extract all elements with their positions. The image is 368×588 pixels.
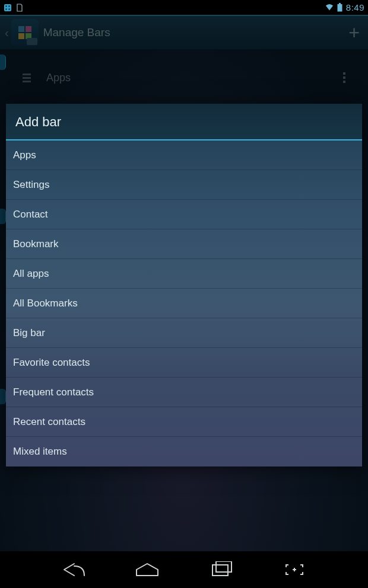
nav-recent-icon (207, 561, 235, 578)
nav-home-button[interactable] (129, 559, 165, 580)
add-bar-dialog: Add bar Apps Settings Contact Bookmark A… (6, 104, 362, 466)
dialog-item-label: Frequent contacts (13, 386, 94, 398)
dialog-item-label: Big bar (13, 327, 45, 339)
sd-card-icon (15, 4, 24, 12)
edge-handle[interactable] (0, 209, 6, 224)
svg-rect-7 (212, 565, 228, 576)
nav-back-icon (59, 561, 88, 578)
svg-rect-8 (216, 561, 231, 572)
wifi-icon (325, 4, 334, 12)
nav-recent-button[interactable] (203, 559, 239, 580)
svg-rect-4 (8, 8, 10, 10)
app-notification-icon (4, 4, 12, 12)
navigation-bar (0, 551, 368, 588)
dialog-item-label: Favorite contacts (13, 357, 90, 369)
dialog-item-favorite-contacts[interactable]: Favorite contacts (6, 348, 362, 378)
svg-rect-5 (339, 3, 341, 4)
dialog-item-contact[interactable]: Contact (6, 200, 362, 229)
nav-screenshot-button[interactable] (277, 559, 312, 580)
battery-icon (337, 3, 342, 12)
device-frame: 8:49 ‹ Manage Bars + Apps Add bar (0, 0, 368, 588)
nav-home-icon (133, 561, 161, 578)
dialog-item-label: Recent contacts (13, 416, 85, 428)
dialog-item-label: Apps (13, 149, 36, 161)
dialog-item-settings[interactable]: Settings (6, 170, 362, 200)
dialog-item-bookmark[interactable]: Bookmark (6, 229, 362, 259)
svg-rect-1 (5, 5, 7, 7)
dialog-item-recent-contacts[interactable]: Recent contacts (6, 407, 362, 437)
dialog-item-label: Mixed items (13, 446, 67, 458)
dialog-item-label: All Bookmarks (13, 298, 78, 309)
edge-handle[interactable] (0, 55, 6, 70)
dialog-item-apps[interactable]: Apps (6, 140, 362, 170)
svg-rect-0 (4, 4, 11, 11)
dialog-list: Apps Settings Contact Bookmark All apps … (6, 140, 362, 466)
dialog-item-label: Settings (13, 179, 49, 191)
dialog-item-label: Contact (13, 209, 48, 220)
dialog-item-big-bar[interactable]: Big bar (6, 318, 362, 348)
svg-rect-2 (8, 5, 10, 7)
svg-rect-3 (5, 8, 7, 10)
dialog-item-all-bookmarks[interactable]: All Bookmarks (6, 289, 362, 318)
edge-handle[interactable] (0, 389, 6, 404)
dialog-item-label: Bookmark (13, 238, 59, 250)
svg-rect-6 (337, 4, 342, 12)
nav-back-button[interactable] (56, 559, 91, 580)
dialog-item-frequent-contacts[interactable]: Frequent contacts (6, 378, 362, 407)
dialog-title: Add bar (6, 104, 362, 140)
status-clock: 8:49 (346, 2, 364, 12)
status-bar: 8:49 (0, 0, 368, 15)
dialog-item-all-apps[interactable]: All apps (6, 259, 362, 289)
nav-screenshot-icon (283, 561, 306, 578)
dialog-item-label: All apps (13, 268, 49, 280)
dialog-item-mixed-items[interactable]: Mixed items (6, 437, 362, 466)
